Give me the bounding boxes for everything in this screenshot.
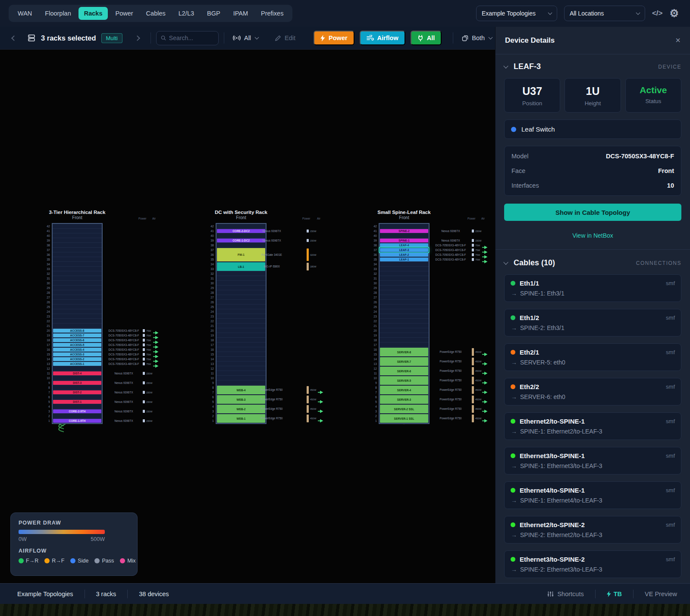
- location-select[interactable]: All Locations: [564, 6, 645, 21]
- rack-unit-number: 5: [40, 399, 50, 404]
- filter-all-dropdown[interactable]: All: [233, 35, 258, 41]
- close-icon[interactable]: ×: [675, 35, 681, 45]
- chevron-down-icon: [489, 35, 493, 39]
- rack-face-label: Front: [352, 215, 456, 220]
- rack-unit-number: 10: [367, 376, 377, 380]
- cable-type: smf: [666, 487, 675, 493]
- pencil-icon: [275, 35, 281, 41]
- show-in-cable-topology-button[interactable]: Show in Cable Topology: [504, 204, 681, 221]
- device-model-label: DCS-7050SX3-48YC8-F: [94, 353, 154, 356]
- air-column-header: Air: [481, 217, 485, 220]
- cable-name: Ethernet2/to-SPINE-2: [520, 521, 585, 528]
- device-model-label: Nexus 9396TX: [242, 239, 302, 242]
- search-input[interactable]: [169, 35, 214, 41]
- rack-unit-number: 27: [204, 295, 214, 300]
- power-draw-bar: [307, 396, 309, 403]
- cable-type: smf: [666, 453, 675, 459]
- cable-row[interactable]: Eth2/1smf→SERVER-5: eth0: [504, 343, 681, 371]
- nav-tab-power[interactable]: Power: [110, 7, 138, 20]
- airflow-front-to-rear-icon: [318, 417, 323, 424]
- rack-unit-number: 22: [204, 319, 214, 324]
- topology-select[interactable]: Example Topologies: [476, 6, 557, 21]
- power-draw-value: 450W: [475, 370, 481, 372]
- device-model-label: BIG-IP i5800: [242, 265, 302, 268]
- airflow-front-to-rear-icon: [482, 369, 488, 377]
- device-model-label: DCS-7050SX3-48YC8-F: [94, 329, 154, 333]
- airflow-front-to-rear-icon: [482, 388, 488, 396]
- rack-unit-number: 13: [204, 361, 214, 366]
- cable-row[interactable]: Eth1/2smf→SPINE-2: Eth3/1: [504, 309, 681, 336]
- cable-row[interactable]: Ethernet3/to-SPINE-1smf→SPINE-1: Etherne…: [504, 447, 681, 475]
- device-model-label: PowerEdge R750: [242, 388, 302, 392]
- rack-unit-number: 4: [204, 404, 214, 409]
- status-topology: Example Topologies: [17, 591, 73, 597]
- nav-tab-l2-l3[interactable]: L2/L3: [173, 7, 200, 20]
- power-column-header: Power: [467, 217, 475, 220]
- nav-tab-cables[interactable]: Cables: [141, 7, 171, 20]
- airflow-button[interactable]: Airflow: [360, 31, 405, 45]
- lightning-icon: [607, 591, 611, 597]
- chevron-right-icon[interactable]: [135, 35, 140, 41]
- gear-icon[interactable]: ⚙: [669, 7, 679, 19]
- power-draw-bar: [472, 405, 474, 413]
- rack-unit-number: 1: [367, 418, 377, 423]
- cable-row[interactable]: Eth2/2smf→SERVER-6: eth0: [504, 378, 681, 405]
- cable-row[interactable]: Ethernet3/to-SPINE-2smf→SPINE-2: Etherne…: [504, 550, 681, 578]
- ve-preview-button[interactable]: VE Preview: [645, 591, 677, 597]
- copy-icon: [462, 35, 468, 41]
- power-draw-bar: [472, 396, 474, 403]
- power-draw-value: 450W: [475, 389, 481, 391]
- cable-status-dot: [511, 384, 515, 389]
- cable-type: smf: [666, 522, 675, 528]
- tb-toggle[interactable]: TB: [607, 591, 622, 597]
- rack-unit-number: 42: [367, 224, 377, 229]
- rack-unit-number: 10: [40, 376, 50, 380]
- rack-unit-number: 18: [204, 338, 214, 343]
- cable-row[interactable]: Eth1/1smf→SPINE-1: Eth3/1: [504, 274, 681, 302]
- plug-icon: [417, 35, 423, 41]
- edit-button[interactable]: Edit: [275, 35, 295, 41]
- airflow-front-to-rear-icon: [482, 379, 488, 387]
- device-section-header[interactable]: LEAF-3 DEVICE: [504, 62, 681, 71]
- cable-row[interactable]: Ethernet2/to-SPINE-2smf→SPINE-2: Etherne…: [504, 516, 681, 544]
- search-box[interactable]: [156, 31, 219, 45]
- rack-unit-number: 14: [40, 357, 50, 361]
- rack-unit-number: 30: [367, 281, 377, 286]
- cable-row[interactable]: Ethernet4/to-SPINE-1smf→SPINE-1: Etherne…: [504, 481, 681, 509]
- power-draw-value: 75W: [146, 353, 151, 356]
- nav-tab-racks[interactable]: Racks: [78, 7, 108, 20]
- rack-unit-number: 36: [367, 252, 377, 257]
- both-dropdown[interactable]: Both: [462, 35, 492, 41]
- nav-tab-bgp[interactable]: BGP: [201, 7, 226, 20]
- rack-unit-number: 36: [204, 252, 214, 257]
- power-button[interactable]: Power: [314, 31, 354, 45]
- cable-status-dot: [511, 281, 515, 286]
- wind-icon: [367, 35, 374, 41]
- rack-unit-number: 1: [40, 418, 50, 423]
- rack-unit-number: 28: [204, 290, 214, 295]
- device-model-label: DCS-7050SX3-48YC8-F: [94, 343, 154, 347]
- device-model-label: Nexus 9396TX: [94, 400, 154, 404]
- rack-unit-number: 7: [40, 390, 50, 395]
- power-draw-value: 150W: [310, 239, 316, 242]
- code-icon[interactable]: </>: [652, 9, 663, 18]
- view-in-netbox-link[interactable]: View in NetBox: [504, 232, 681, 239]
- device-model-label: DCS-7050SX3-48YC8-F: [94, 348, 154, 352]
- nav-tab-ipam[interactable]: IPAM: [228, 7, 254, 20]
- nav-tab-floorplan[interactable]: Floorplan: [39, 7, 76, 20]
- power-max-label: 500W: [91, 536, 105, 542]
- topology-select-value: Example Topologies: [482, 10, 536, 17]
- cable-type: smf: [666, 383, 675, 390]
- rack-unit-number: 32: [367, 271, 377, 276]
- rack-canvas[interactable]: POWER DRAW 0W 500W AIRFLOW F→RR→FSidePas…: [0, 50, 495, 583]
- cable-target: →SPINE-1: Ethernet3/to-LEAF-3: [511, 462, 675, 469]
- rack-unit-number: 30: [204, 281, 214, 286]
- chevron-left-icon[interactable]: [11, 35, 17, 41]
- cables-section-header[interactable]: Cables (10) CONNECTIONS: [504, 258, 681, 267]
- cable-row[interactable]: Ethernet2/to-SPINE-1smf→SPINE-1: Etherne…: [504, 412, 681, 440]
- nav-tab-prefixes[interactable]: Prefixes: [255, 7, 289, 20]
- nav-tab-wan[interactable]: WAN: [12, 7, 38, 20]
- rack-unit-number: 13: [40, 361, 50, 366]
- shortcuts-button[interactable]: Shortcuts: [547, 591, 583, 597]
- all-button[interactable]: All: [411, 31, 442, 45]
